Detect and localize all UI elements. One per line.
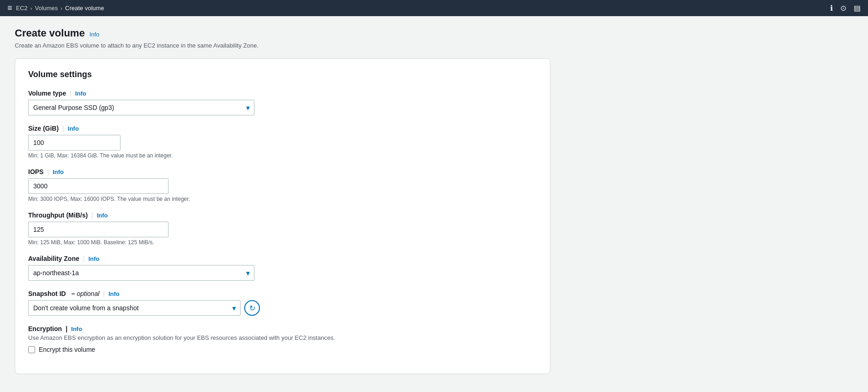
nav-icons: ℹ ⊙ ▤ xyxy=(830,4,861,12)
snapshot-id-row: Don't create volume from a snapshot ▾ ↻ xyxy=(28,300,537,316)
throughput-group: Throughput (MiB/s) | Info Min: 125 MiB, … xyxy=(28,211,537,246)
page-header: Create volume Info xyxy=(15,27,632,39)
volume-type-group: Volume type | Info General Purpose SSD (… xyxy=(28,90,537,115)
iops-input[interactable] xyxy=(28,178,169,194)
throughput-hint: Min: 125 MiB, Max: 1000 MiB. Baseline: 1… xyxy=(28,239,537,246)
notifications-nav-icon[interactable]: ▤ xyxy=(854,4,861,12)
breadcrumb-ec2[interactable]: EC2 xyxy=(16,5,28,12)
main-content: Create volume Info Create an Amazon EBS … xyxy=(0,16,646,385)
snapshot-id-select-wrapper: Don't create volume from a snapshot ▾ xyxy=(28,300,241,316)
availability-zone-group: Availability Zone | Info ap-northeast-1a… xyxy=(28,255,537,281)
snapshot-refresh-button[interactable]: ↻ xyxy=(244,300,260,316)
volume-settings-card: Volume settings Volume type | Info Gener… xyxy=(15,58,550,374)
iops-label: IOPS | Info xyxy=(28,168,537,175)
breadcrumb-sep-2: › xyxy=(60,6,62,11)
size-group: Size (GiB) | Info Min: 1 GiB, Max: 16384… xyxy=(28,125,537,159)
size-info-link[interactable]: Info xyxy=(68,125,79,132)
encrypt-volume-text: Encrypt this volume xyxy=(39,346,95,353)
throughput-info-link[interactable]: Info xyxy=(97,212,108,219)
availability-zone-info-link[interactable]: Info xyxy=(88,255,99,262)
refresh-icon: ↻ xyxy=(249,304,255,313)
availability-zone-select-wrapper: ap-northeast-1a ap-northeast-1c ap-north… xyxy=(28,265,254,281)
throughput-label: Throughput (MiB/s) | Info xyxy=(28,211,537,219)
breadcrumb-volumes[interactable]: Volumes xyxy=(35,5,58,12)
volume-type-label: Volume type | Info xyxy=(28,90,537,97)
size-hint: Min: 1 GiB, Max: 16384 GiB. The value mu… xyxy=(28,152,537,159)
size-input[interactable] xyxy=(28,135,121,151)
iops-group: IOPS | Info Min: 3000 IOPS, Max: 16000 I… xyxy=(28,168,537,202)
menu-icon[interactable]: ≡ xyxy=(7,3,12,13)
page-title: Create volume xyxy=(15,27,85,39)
size-label: Size (GiB) | Info xyxy=(28,125,537,132)
info-nav-icon[interactable]: ℹ xyxy=(830,4,833,12)
encryption-title: Encryption | Info xyxy=(28,325,537,332)
breadcrumb: EC2 › Volumes › Create volume xyxy=(16,5,104,12)
settings-nav-icon[interactable]: ⊙ xyxy=(840,4,846,12)
iops-hint: Min: 3000 IOPS, Max: 16000 IOPS. The val… xyxy=(28,196,537,202)
encryption-description: Use Amazon EBS encryption as an encrypti… xyxy=(28,334,537,341)
throughput-input[interactable] xyxy=(28,222,169,237)
snapshot-id-group: Snapshot ID – optional | Info Don't crea… xyxy=(28,290,537,316)
iops-info-link[interactable]: Info xyxy=(53,169,64,175)
snapshot-id-label: Snapshot ID – optional | Info xyxy=(28,290,537,297)
snapshot-id-select[interactable]: Don't create volume from a snapshot xyxy=(28,300,241,316)
encrypt-volume-checkbox[interactable] xyxy=(28,346,35,353)
encryption-info-link[interactable]: Info xyxy=(71,326,82,332)
volume-type-info-link[interactable]: Info xyxy=(75,90,86,97)
availability-zone-label: Availability Zone | Info xyxy=(28,255,537,262)
volume-type-select-wrapper: General Purpose SSD (gp3) General Purpos… xyxy=(28,100,254,115)
availability-zone-select[interactable]: ap-northeast-1a ap-northeast-1c ap-north… xyxy=(28,265,254,281)
top-navigation: ≡ EC2 › Volumes › Create volume ℹ ⊙ ▤ xyxy=(0,0,868,16)
page-info-link[interactable]: Info xyxy=(90,31,100,38)
card-title: Volume settings xyxy=(28,70,537,79)
breadcrumb-current: Create volume xyxy=(65,5,104,12)
breadcrumb-sep-1: › xyxy=(30,6,32,11)
encryption-group: Encryption | Info Use Amazon EBS encrypt… xyxy=(28,325,537,353)
volume-type-select[interactable]: General Purpose SSD (gp3) General Purpos… xyxy=(28,100,254,115)
page-subtitle: Create an Amazon EBS volume to attach to… xyxy=(15,42,632,49)
snapshot-id-info-link[interactable]: Info xyxy=(108,290,120,297)
encrypt-volume-label[interactable]: Encrypt this volume xyxy=(28,346,537,353)
